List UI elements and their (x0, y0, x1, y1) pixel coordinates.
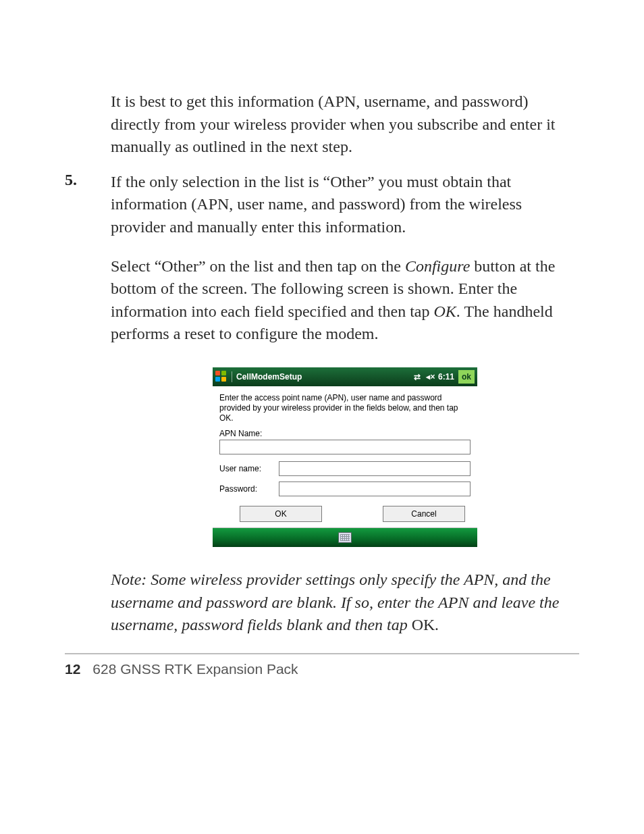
note-paragraph: Note: Some wireless provider settings on… (111, 569, 579, 637)
password-input[interactable] (279, 481, 471, 496)
step-5-paragraph-1: If the only selection in the list is “Ot… (111, 171, 579, 239)
apn-input[interactable] (219, 440, 471, 454)
note-text: Note: Some wireless provider settings on… (111, 571, 559, 633)
step-5: 5. If the only selection in the list is … (65, 171, 579, 239)
step-5-paragraph-2: Select “Other” on the list and then tap … (111, 255, 579, 346)
ok-button[interactable]: OK (240, 506, 322, 522)
configure-term: Configure (405, 257, 470, 275)
title-separator (232, 371, 232, 382)
username-label: User name: (219, 464, 279, 473)
window-title: CellModemSetup (236, 372, 302, 382)
intro-paragraph: It is best to get this information (APN,… (111, 90, 579, 159)
windows-logo-icon[interactable] (215, 371, 227, 383)
ok-term: OK (434, 303, 456, 320)
window-titlebar: CellModemSetup ⇄ ◂× 6:11 ok (213, 367, 477, 386)
bottom-bar (213, 528, 477, 547)
text-fragment: Select “Other” on the list and then tap … (111, 257, 405, 275)
step-number: 5. (65, 171, 111, 189)
password-label: Password: (219, 484, 279, 494)
username-input[interactable] (279, 461, 471, 476)
speaker-icon[interactable]: ◂× (426, 372, 435, 382)
cancel-button[interactable]: Cancel (383, 506, 465, 522)
cellmodemsetup-screenshot: CellModemSetup ⇄ ◂× 6:11 ok Enter the ac… (111, 367, 579, 547)
footer-rule (65, 653, 579, 654)
note-ok: OK (412, 616, 435, 633)
apn-label: APN Name: (219, 429, 471, 438)
book-title: 628 GNSS RTK Expansion Pack (92, 661, 298, 677)
page-number: 12 (65, 661, 80, 677)
note-suffix: . (435, 616, 439, 633)
connectivity-icon[interactable]: ⇄ (412, 372, 422, 382)
clock-text[interactable]: 6:11 (438, 372, 454, 382)
keyboard-icon[interactable] (338, 532, 352, 543)
titlebar-ok-button[interactable]: ok (458, 370, 475, 384)
dialog-content: Enter the access point name (APN), user … (213, 386, 477, 528)
dialog-instruction: Enter the access point name (APN), user … (219, 393, 471, 423)
page-footer: 12 628 GNSS RTK Expansion Pack (65, 661, 579, 677)
